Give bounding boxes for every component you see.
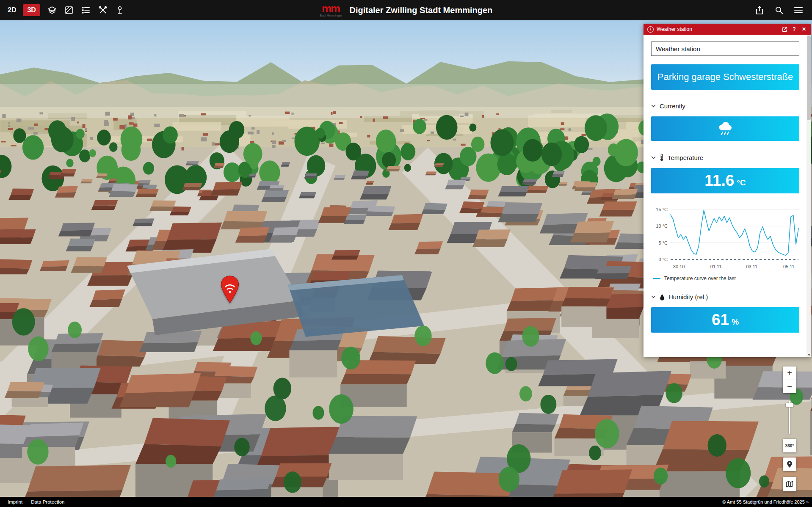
search-icon[interactable] <box>774 5 784 15</box>
temperature-label: Temperature <box>668 154 703 161</box>
imprint-link[interactable]: Imprint <box>8 499 22 504</box>
panel-title: Weather station <box>657 26 778 32</box>
temperature-value: 11.6 <box>704 172 734 190</box>
help-icon[interactable]: ? <box>791 26 798 33</box>
zoom-controls: + − <box>783 366 796 393</box>
view-3d-button[interactable]: 3D <box>23 4 40 16</box>
thermometer-icon <box>660 154 664 161</box>
currently-label: Currently <box>660 102 685 110</box>
humidity-label: Humidity (rel.) <box>668 293 708 300</box>
logo-text: mm <box>322 3 340 14</box>
locate-button[interactable] <box>783 457 796 471</box>
logo-subtitle: Stadt Memmingen <box>320 14 342 17</box>
chart-legend: Temperature curve over the last <box>653 276 799 281</box>
panel-header[interactable]: i Weather station ? ✕ <box>644 24 811 35</box>
app-root: 2D 3D <box>0 0 812 507</box>
svg-text:01.11.: 01.11. <box>710 264 723 269</box>
svg-text:10 °C: 10 °C <box>656 223 668 229</box>
map-icon <box>786 481 793 488</box>
zoom-slider-handle[interactable] <box>786 403 793 407</box>
chart-legend-swatch <box>653 278 660 279</box>
page-title: Digitaler Zwilling Stadt Memmingen <box>349 6 492 15</box>
view-360-button[interactable]: 360° <box>783 439 796 452</box>
humidity-unit: % <box>732 317 739 327</box>
temperature-unit: °C <box>737 178 746 187</box>
svg-text:5 °C: 5 °C <box>658 240 668 245</box>
top-bar: 2D 3D <box>0 0 812 20</box>
tools-icon[interactable] <box>98 5 108 15</box>
humidity-display: 61 % <box>651 307 799 333</box>
weather-station-panel: i Weather station ? ✕ Weather station Pa… <box>644 24 811 357</box>
station-name-button[interactable]: Parking garage Schwesterstraße <box>651 64 799 90</box>
legend-icon[interactable] <box>81 5 91 15</box>
current-weather-display <box>651 116 799 141</box>
menu-icon[interactable] <box>793 5 804 15</box>
scroll-down-icon[interactable] <box>807 354 811 356</box>
copyright-text: © Amt 55 Stadtgrün und Friedhöfe 2025 » <box>722 499 809 504</box>
svg-text:15 °C: 15 °C <box>656 207 668 212</box>
station-select[interactable]: Weather station <box>651 41 799 56</box>
zoom-in-button[interactable]: + <box>783 366 796 380</box>
section-humidity[interactable]: Humidity (rel.) <box>651 293 799 300</box>
weather-station-marker[interactable] <box>220 275 240 304</box>
panel-body: Weather station Parking garage Schwester… <box>644 35 811 357</box>
chart-legend-label: Temperature curve over the last <box>664 276 736 281</box>
droplet-icon <box>660 294 665 300</box>
section-currently[interactable]: Currently <box>651 102 799 110</box>
data-protection-link[interactable]: Data Protection <box>31 499 64 504</box>
humidity-value: 61 <box>712 311 729 329</box>
view-2d-button[interactable]: 2D <box>8 6 16 14</box>
basemap-switch-button[interactable] <box>783 477 796 491</box>
panel-scrollbar[interactable] <box>806 35 811 357</box>
wifi-dot-icon <box>229 291 231 293</box>
section-temperature[interactable]: Temperature <box>651 154 799 161</box>
share-icon[interactable] <box>754 5 765 15</box>
zoom-slider[interactable] <box>783 401 796 434</box>
svg-text:05.11.: 05.11. <box>783 264 796 269</box>
scrollbar-thumb[interactable] <box>807 36 811 120</box>
svg-text:30.10.: 30.10. <box>673 264 686 269</box>
svg-text:03.11.: 03.11. <box>746 264 759 269</box>
temperature-chart-canvas[interactable]: 0 °C5 °C10 °C15 °C30.10.01.11.03.11.05.1… <box>651 200 802 272</box>
pin-shape <box>221 276 239 303</box>
zoom-out-button[interactable]: − <box>783 380 796 393</box>
map-controls: + − 360° <box>782 366 797 491</box>
temperature-chart: 0 °C5 °C10 °C15 °C30.10.01.11.03.11.05.1… <box>651 200 799 274</box>
svg-text:0 °C: 0 °C <box>658 257 668 262</box>
chevron-down-icon <box>651 156 656 159</box>
location-pin-icon <box>786 460 793 468</box>
streetlight-icon[interactable] <box>115 5 125 15</box>
temperature-display: 11.6 °C <box>651 168 799 193</box>
close-icon[interactable]: ✕ <box>801 26 807 33</box>
layers-icon[interactable] <box>47 5 57 15</box>
city-logo: mm Stadt Memmingen <box>320 3 342 17</box>
info-icon: i <box>647 26 654 33</box>
basemap-icon[interactable] <box>64 5 74 15</box>
external-link-icon[interactable] <box>781 26 788 33</box>
rain-cloud-icon <box>716 121 734 136</box>
chevron-down-icon <box>651 295 656 298</box>
footer-bar: Imprint Data Protection © Amt 55 Stadtgr… <box>0 497 812 507</box>
chevron-down-icon <box>651 105 656 107</box>
